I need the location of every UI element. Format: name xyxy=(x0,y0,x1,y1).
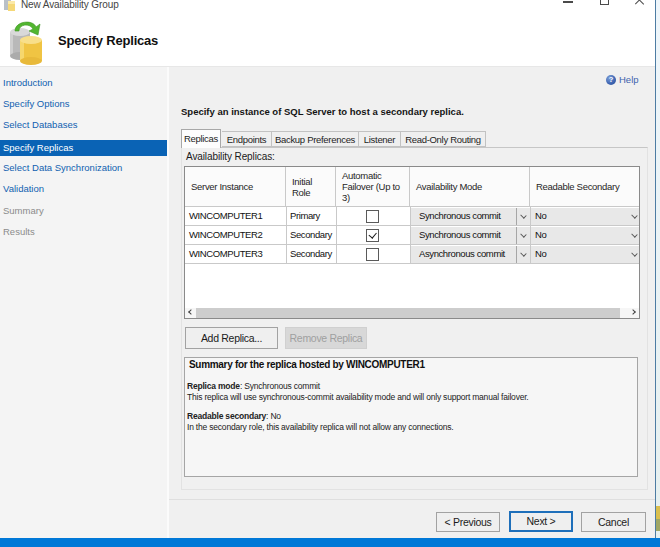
add-replica-button[interactable]: Add Replica... xyxy=(185,327,278,349)
cell-server-instance[interactable]: WINCOMPUTER2 xyxy=(185,226,286,244)
sidebar-item-select-data-synchronization[interactable]: Select Data Synchronization xyxy=(0,160,167,176)
cell-initial-role[interactable]: Secondary xyxy=(286,245,336,263)
sidebar-item-specify-options[interactable]: Specify Options xyxy=(0,96,167,112)
taskbar[interactable] xyxy=(0,538,660,547)
cell-server-instance[interactable]: WINCOMPUTER3 xyxy=(185,245,286,263)
sidebar-item-introduction[interactable]: Introduction xyxy=(0,75,167,91)
sidebar-item-specify-replicas[interactable]: Specify Replicas xyxy=(0,140,167,156)
horizontal-scrollbar[interactable] xyxy=(185,308,639,318)
tab-replicas[interactable]: Replicas xyxy=(181,129,221,148)
tab-endpoints[interactable]: Endpoints xyxy=(222,131,272,147)
sidebar-item-select-databases[interactable]: Select Databases xyxy=(0,117,167,133)
automatic-failover-checkbox[interactable] xyxy=(366,229,379,242)
cell-server-instance[interactable]: WINCOMPUTER1 xyxy=(185,207,286,225)
readable-secondary-description: In the secondary role, this availability… xyxy=(187,422,454,432)
replica-mode-line: Replica mode: Synchronous commit xyxy=(187,381,320,391)
availability-mode-dropdown[interactable]: Asynchronous commit xyxy=(411,246,530,263)
readable-secondary-dropdown[interactable]: No xyxy=(531,208,640,225)
replica-mode-description: This replica will use synchronous-commit… xyxy=(187,392,529,402)
automatic-failover-checkbox[interactable] xyxy=(366,248,379,261)
sidebar-item-results: Results xyxy=(0,224,167,240)
next-button[interactable]: Next > xyxy=(509,511,573,532)
remove-replica-button: Remove Replica xyxy=(285,327,367,349)
grid-label: Availability Replicas: xyxy=(186,151,275,162)
previous-button[interactable]: < Previous xyxy=(436,512,500,532)
column-header-initial-role[interactable]: Initial Role xyxy=(286,167,336,207)
availability-replicas-grid: Server Instance Initial Role Automatic F… xyxy=(184,166,640,319)
column-header-availability-mode[interactable]: Availability Mode xyxy=(410,167,530,207)
table-row[interactable]: WINCOMPUTER2 Secondary Synchronous commi… xyxy=(185,226,639,245)
scroll-right-icon[interactable] xyxy=(630,309,636,315)
desktop-icon xyxy=(656,519,660,531)
availability-mode-dropdown[interactable]: Synchronous commit xyxy=(411,208,530,225)
readable-secondary-dropdown[interactable]: No xyxy=(531,227,640,244)
maximize-button[interactable] xyxy=(600,0,609,5)
close-button[interactable] xyxy=(634,0,644,5)
cell-initial-role[interactable]: Secondary xyxy=(286,226,336,244)
dialog-window: New Availability Group Specify Replicas … xyxy=(0,0,656,538)
cancel-button[interactable]: Cancel xyxy=(581,512,646,532)
wizard-header: Specify Replicas xyxy=(0,14,655,67)
help-icon[interactable]: ? xyxy=(606,75,616,85)
sidebar-item-summary: Summary xyxy=(0,203,167,219)
availability-group-icon xyxy=(7,19,45,65)
title-bar[interactable]: New Availability Group xyxy=(0,0,655,14)
footer-separator xyxy=(169,499,655,500)
help-link[interactable]: Help xyxy=(619,74,639,85)
sidebar-item-validation[interactable]: Validation xyxy=(0,181,167,197)
readable-secondary-dropdown[interactable]: No xyxy=(531,246,640,263)
summary-title: Summary for the replica hosted by WINCOM… xyxy=(189,359,425,370)
instruction-text: Specify an instance of SQL Server to hos… xyxy=(181,106,464,117)
tab-listener[interactable]: Listener xyxy=(359,131,401,147)
scroll-left-icon[interactable] xyxy=(188,309,194,315)
table-row[interactable]: WINCOMPUTER3 Secondary Asynchronous comm… xyxy=(185,245,639,264)
cell-initial-role[interactable]: Primary xyxy=(286,207,336,225)
readable-secondary-line: Readable secondary: No xyxy=(187,411,281,421)
scrollbar-thumb[interactable] xyxy=(196,308,620,318)
table-row[interactable]: WINCOMPUTER1 Primary Synchronous commit … xyxy=(185,207,639,226)
tab-backup-preferences[interactable]: Backup Preferences xyxy=(272,131,359,147)
wizard-steps-sidebar xyxy=(0,67,167,538)
availability-mode-dropdown[interactable]: Synchronous commit xyxy=(411,227,530,244)
column-header-readable-secondary[interactable]: Readable Secondary xyxy=(530,167,640,207)
column-header-server-instance[interactable]: Server Instance xyxy=(185,167,286,207)
automatic-failover-checkbox[interactable] xyxy=(366,210,379,223)
column-header-automatic-failover[interactable]: Automatic Failover (Up to 3) xyxy=(336,167,410,207)
desktop-icon xyxy=(656,506,660,519)
window-icon xyxy=(4,0,16,12)
window-title: New Availability Group xyxy=(21,0,119,12)
desktop-background xyxy=(656,0,660,538)
tab-read-only-routing[interactable]: Read-Only Routing xyxy=(401,131,486,147)
minimize-button[interactable] xyxy=(563,1,573,3)
page-title: Specify Replicas xyxy=(58,33,158,48)
